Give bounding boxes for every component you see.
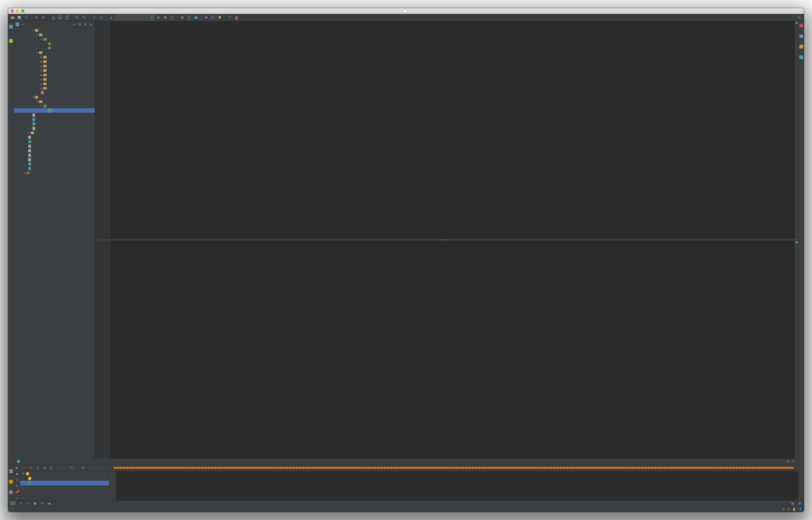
hide-icon[interactable]: ⇤: [89, 22, 93, 26]
more-icon[interactable]: »: [110, 484, 115, 489]
more-icon[interactable]: »: [15, 496, 19, 500]
tool-terminal[interactable]: ▣: [34, 502, 37, 505]
replace-icon[interactable]: [81, 15, 87, 21]
tool-maven[interactable]: [800, 33, 803, 40]
copy-icon[interactable]: [57, 15, 63, 21]
feedback-icon[interactable]: [234, 15, 240, 21]
fold-gutter[interactable]: [107, 21, 110, 239]
error-stripe[interactable]: [795, 21, 798, 239]
tool-eventlog[interactable]: ▤: [791, 502, 795, 505]
sdk-icon[interactable]: [193, 15, 199, 21]
editor-top-code[interactable]: [110, 21, 795, 239]
save-icon[interactable]: [17, 15, 22, 21]
fail-filter-icon[interactable]: ↯: [29, 466, 33, 470]
run-icon[interactable]: [156, 15, 161, 21]
tool-commander[interactable]: [800, 44, 803, 51]
redo-icon[interactable]: [40, 15, 46, 21]
tool-android[interactable]: ◉: [48, 502, 52, 505]
tool-json[interactable]: ✎: [20, 502, 23, 505]
folder-icon: [43, 55, 47, 59]
tool-structure[interactable]: [9, 467, 13, 474]
folder-icon: [34, 96, 38, 99]
export-icon[interactable]: ⇱: [69, 466, 74, 470]
make-icon[interactable]: [108, 15, 114, 21]
ddms-icon[interactable]: [203, 15, 209, 21]
lock-icon[interactable]: 🔓: [792, 508, 796, 511]
gear-icon[interactable]: ⚙: [83, 22, 87, 26]
tree-item-selected[interactable]: [14, 108, 95, 113]
tool-todo[interactable]: ✔: [27, 502, 30, 505]
editor-bottom-code[interactable]: [110, 241, 795, 459]
file-icon: [28, 145, 32, 148]
attach-icon[interactable]: [169, 15, 175, 21]
expand-icon[interactable]: ⊞: [42, 466, 47, 470]
editor-top[interactable]: [95, 21, 798, 239]
help-icon[interactable]: ?: [227, 15, 233, 21]
collapse-icon[interactable]: ⊟: [78, 22, 82, 26]
tool-run[interactable]: ▶: [10, 501, 16, 505]
pin-icon[interactable]: 📌: [15, 490, 19, 494]
undo-icon[interactable]: [33, 15, 39, 21]
traffic-close[interactable]: [11, 9, 14, 12]
tool-gradle-console[interactable]: ◩: [799, 502, 802, 505]
editor-bottom[interactable]: [95, 241, 798, 459]
console-panel: ↑ ↓ »: [109, 464, 798, 500]
search-everywhere-icon[interactable]: [796, 15, 802, 21]
sort-icon[interactable]: ⇅: [35, 466, 40, 470]
avd-icon[interactable]: [186, 15, 192, 21]
status-ok-icon: [795, 22, 797, 24]
find-icon[interactable]: [75, 15, 80, 21]
stop-icon[interactable]: ■: [15, 471, 19, 476]
down-icon[interactable]: ↓: [110, 478, 115, 483]
svg-point-8: [83, 16, 85, 18]
up-icon[interactable]: ↑: [110, 472, 115, 477]
prev-icon[interactable]: ↑: [56, 466, 60, 470]
dump-icon[interactable]: ⎙: [15, 477, 19, 482]
traffic-zoom[interactable]: [21, 9, 24, 12]
tool-build-variants[interactable]: [9, 488, 13, 495]
wheel-icon[interactable]: ✲: [81, 466, 86, 470]
hector-icon[interactable]: 👤: [799, 508, 802, 511]
error-stripe[interactable]: [795, 241, 798, 459]
debug-icon[interactable]: [162, 15, 168, 21]
open-icon[interactable]: [10, 15, 16, 21]
hide-icon[interactable]: ⇤: [792, 460, 796, 464]
close-icon[interactable]: ✕: [15, 484, 19, 488]
gradle-stripe-icon: [800, 55, 803, 59]
android-icon[interactable]: [217, 15, 223, 21]
forward-icon[interactable]: [98, 15, 104, 21]
file-icon: [28, 149, 32, 153]
tool-favorites[interactable]: [9, 478, 13, 485]
sync-icon[interactable]: [23, 15, 29, 21]
monitor-icon[interactable]: [210, 15, 216, 21]
rerun-icon[interactable]: ▶: [15, 466, 19, 470]
paste-icon[interactable]: [64, 15, 70, 21]
tool-gradle[interactable]: [800, 54, 803, 61]
run-config-combo[interactable]: [115, 15, 155, 21]
pass-filter-icon[interactable]: ✓: [22, 466, 26, 470]
window-title: [8, 9, 804, 13]
tool-buildr[interactable]: [800, 23, 803, 30]
more-tests-icon[interactable]: »: [20, 496, 109, 500]
stop-icon[interactable]: [179, 15, 185, 21]
android-stripe-icon[interactable]: [9, 39, 13, 43]
tool-messages[interactable]: ✉: [41, 502, 45, 505]
status-enc[interactable]: ≑: [787, 508, 790, 511]
collapse-icon[interactable]: ⊟: [49, 466, 54, 470]
project-tree[interactable]: ▼ ▼ ▼ ▼ ▶ ▶ ▶ ▶ ▶ ▶ ▶ ▶: [14, 28, 95, 459]
back-icon[interactable]: [91, 15, 97, 21]
traffic-minimize[interactable]: [16, 9, 19, 12]
test-tree[interactable]: ▼: [20, 471, 109, 496]
status-square-icon[interactable]: [10, 508, 13, 511]
tool-project[interactable]: [9, 23, 13, 30]
console-output[interactable]: [116, 471, 798, 500]
fold-gutter[interactable]: [107, 241, 110, 459]
gear-icon[interactable]: ⚙: [787, 460, 791, 464]
scroll-from-icon[interactable]: ⇥: [72, 22, 76, 26]
test-row-selected[interactable]: [20, 481, 109, 486]
project-view-combo[interactable]: [21, 24, 23, 25]
svg-rect-11: [181, 17, 184, 19]
cut-icon[interactable]: [51, 15, 56, 21]
status-lf[interactable]: ≑: [782, 508, 785, 511]
next-icon[interactable]: ↓: [63, 466, 67, 470]
